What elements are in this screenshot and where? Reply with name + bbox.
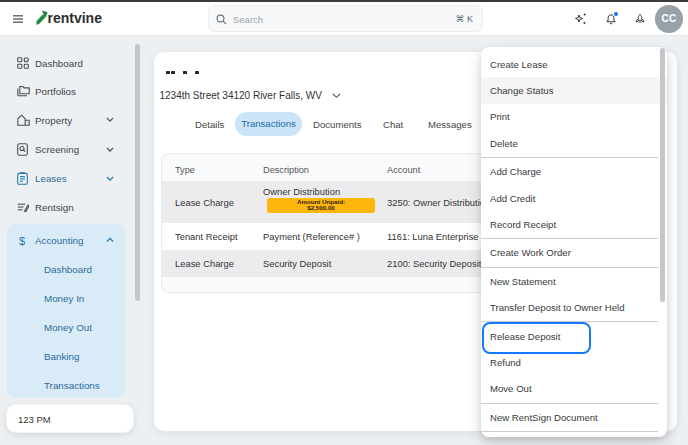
svg-text:$: $ <box>19 235 25 247</box>
